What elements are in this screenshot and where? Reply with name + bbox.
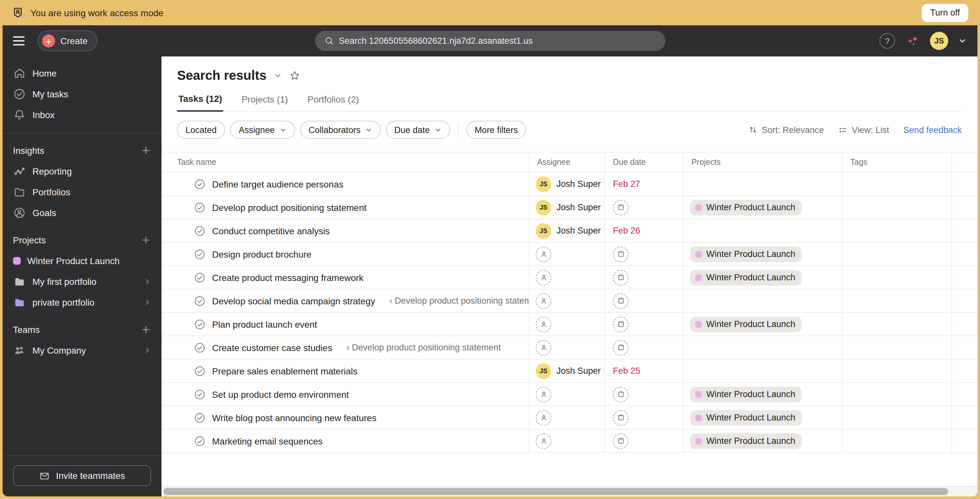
tab-projects[interactable]: Projects (1) — [240, 93, 289, 111]
task-check-icon[interactable] — [194, 412, 205, 423]
sidebar-item-my-first-portfolio[interactable]: My first portfolio — [8, 271, 156, 292]
tags-cell[interactable] — [843, 406, 952, 429]
task-check-icon[interactable] — [194, 435, 205, 447]
task-check-icon[interactable] — [194, 318, 205, 330]
assignee-cell[interactable]: JS Josh Super — [529, 359, 605, 382]
unassigned-icon[interactable] — [536, 316, 551, 332]
table-row[interactable]: Develop social media campaign strategy ‹… — [162, 289, 977, 313]
task-name[interactable]: Conduct competitive analysis — [212, 225, 330, 236]
tags-cell[interactable] — [843, 336, 952, 359]
projects-cell[interactable] — [684, 359, 843, 382]
turn-off-button[interactable]: Turn off — [922, 3, 968, 22]
projects-cell[interactable] — [684, 172, 843, 195]
no-due-date-icon[interactable] — [613, 386, 628, 402]
task-name[interactable]: Develop product positioning statement — [212, 202, 366, 212]
more-filters-button[interactable]: More filters — [466, 121, 526, 139]
add-team-button[interactable] — [141, 324, 151, 335]
due-date-cell[interactable] — [605, 266, 684, 289]
no-due-date-icon[interactable] — [613, 269, 628, 285]
sidebar-item-winter-product-launch[interactable]: Winter Product Launch — [8, 250, 156, 271]
due-date-cell[interactable]: Feb 25 — [605, 359, 684, 382]
due-date-cell[interactable] — [605, 243, 684, 265]
project-chip[interactable]: Winter Product Launch — [690, 246, 802, 262]
projects-cell[interactable]: Winter Product Launch — [684, 243, 843, 265]
projects-cell[interactable]: Winter Product Launch — [684, 383, 843, 406]
sidebar-item-home[interactable]: Home — [8, 63, 156, 84]
task-check-icon[interactable] — [194, 271, 205, 283]
due-date-cell[interactable] — [605, 289, 684, 312]
user-avatar[interactable]: JS — [930, 32, 948, 50]
due-date-cell[interactable] — [605, 196, 684, 219]
assignee-cell[interactable] — [529, 313, 605, 335]
project-chip[interactable]: Winter Product Launch — [690, 433, 802, 449]
ai-sparkles-button[interactable] — [905, 33, 920, 49]
projects-cell[interactable] — [684, 336, 843, 359]
tags-cell[interactable] — [843, 266, 952, 289]
title-menu-chevron[interactable] — [274, 72, 282, 80]
project-chip[interactable]: Winter Product Launch — [690, 386, 802, 402]
search-input[interactable]: Search 1206505568602621.nja7d2.asanatest… — [315, 31, 665, 51]
projects-cell[interactable] — [684, 289, 843, 312]
assignee-cell[interactable]: JS Josh Super — [529, 196, 605, 219]
projects-cell[interactable] — [684, 219, 843, 242]
send-feedback-link[interactable]: Send feedback — [904, 125, 962, 135]
projects-cell[interactable]: Winter Product Launch — [684, 313, 843, 335]
projects-cell[interactable]: Winter Product Launch — [684, 266, 843, 289]
project-chip[interactable]: Winter Product Launch — [690, 316, 802, 332]
assignee-cell[interactable] — [529, 336, 605, 359]
tags-cell[interactable] — [843, 430, 952, 452]
task-check-icon[interactable] — [194, 178, 205, 190]
assignee-cell[interactable] — [529, 289, 605, 312]
table-row[interactable]: Conduct competitive analysis JS Josh Sup… — [162, 219, 977, 243]
assignee-cell[interactable] — [529, 243, 605, 265]
create-button[interactable]: + Create — [38, 30, 97, 51]
task-name[interactable]: Design product brochure — [212, 249, 312, 259]
no-due-date-icon[interactable] — [613, 316, 628, 332]
unassigned-icon[interactable] — [536, 410, 551, 426]
tags-cell[interactable] — [843, 383, 952, 406]
tags-cell[interactable] — [843, 243, 952, 265]
no-due-date-icon[interactable] — [613, 340, 628, 355]
unassigned-icon[interactable] — [536, 433, 551, 449]
unassigned-icon[interactable] — [536, 269, 551, 285]
invite-teammates-button[interactable]: Invite teammates — [13, 465, 151, 486]
sidebar-item-portfolios[interactable]: Portfolios — [8, 182, 156, 202]
table-row[interactable]: Create product messaging framework Winte… — [162, 266, 977, 289]
table-row[interactable]: Marketing email sequences Winter Product… — [162, 430, 977, 453]
sidebar-item-reporting[interactable]: Reporting — [8, 161, 156, 182]
due-date-cell[interactable] — [605, 406, 684, 429]
sort-button[interactable]: Sort: Relevance — [749, 125, 824, 135]
tags-cell[interactable] — [843, 219, 952, 242]
project-chip[interactable]: Winter Product Launch — [690, 199, 802, 215]
due-date-cell[interactable] — [605, 430, 684, 452]
assignee-cell[interactable]: JS Josh Super — [529, 172, 605, 195]
table-row[interactable]: Prepare sales enablement materials JS Jo… — [162, 359, 977, 383]
project-chip[interactable]: Winter Product Launch — [690, 269, 802, 285]
task-check-icon[interactable] — [194, 295, 205, 307]
projects-cell[interactable]: Winter Product Launch — [684, 430, 843, 452]
due-date-cell[interactable] — [605, 336, 684, 359]
task-name[interactable]: Plan product launch event — [212, 319, 317, 329]
table-row[interactable]: Design product brochure Winter Product L… — [162, 243, 977, 266]
sidebar-item-my-company[interactable]: My Company — [8, 340, 156, 361]
task-name[interactable]: Prepare sales enablement materials — [212, 366, 357, 376]
task-name[interactable]: Marketing email sequences — [212, 436, 323, 446]
tab-tasks[interactable]: Tasks (12) — [177, 93, 223, 112]
filter-due-date[interactable]: Due date — [386, 121, 450, 139]
table-row[interactable]: Plan product launch event Winter Product… — [162, 313, 977, 336]
task-check-icon[interactable] — [194, 365, 205, 377]
assignee-cell[interactable]: JS Josh Super — [529, 219, 605, 242]
task-name[interactable]: Write blog post announcing new features — [212, 412, 377, 423]
tags-cell[interactable] — [843, 196, 952, 219]
due-date-cell[interactable]: Feb 27 — [605, 172, 684, 195]
favorite-star-button[interactable] — [289, 70, 300, 81]
assignee-cell[interactable] — [529, 266, 605, 289]
assignee-cell[interactable] — [529, 383, 605, 406]
task-check-icon[interactable] — [194, 248, 205, 260]
task-check-icon[interactable] — [194, 388, 205, 400]
view-button[interactable]: View: List — [838, 125, 889, 135]
sidebar-item-my-tasks[interactable]: My tasks — [8, 84, 156, 104]
unassigned-icon[interactable] — [536, 340, 551, 355]
tags-cell[interactable] — [843, 172, 952, 195]
task-parent[interactable]: ‹ Develop product positioning statement — [390, 296, 529, 306]
